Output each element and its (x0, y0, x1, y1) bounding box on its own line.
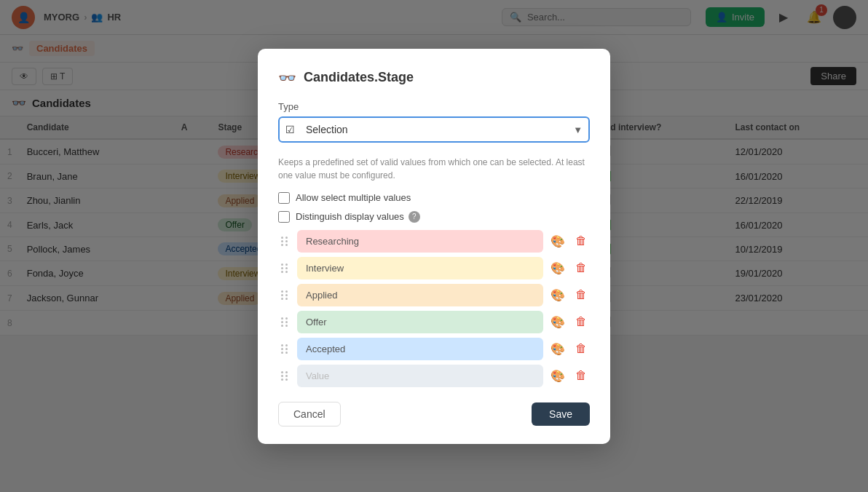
color-picker-button[interactable]: 🎨 (549, 340, 567, 357)
allow-multiple-label[interactable]: Allow select multiple values (296, 192, 411, 203)
value-row: 🎨 🗑 (278, 257, 590, 279)
type-select-wrapper: ☑ Selection Text Number Date Checkbox ▼ (278, 116, 590, 143)
value-input-5[interactable] (297, 365, 543, 387)
select-icon: ☑ (285, 124, 295, 135)
delete-value-button[interactable]: 🗑 (572, 259, 590, 277)
drag-handle[interactable] (278, 368, 291, 384)
drag-handle[interactable] (278, 341, 291, 357)
cancel-button[interactable]: Cancel (278, 402, 341, 426)
drag-handle[interactable] (278, 234, 291, 249)
color-picker-button[interactable]: 🎨 (549, 232, 567, 250)
type-field-group: Type ☑ Selection Text Number Date Checkb… (278, 101, 590, 143)
value-input-3[interactable] (297, 311, 543, 333)
save-button[interactable]: Save (532, 402, 590, 426)
modal-dialog: 👓 Candidates.Stage Type ☑ Selection Text… (258, 49, 610, 444)
modal-footer: Cancel Save (278, 402, 590, 426)
modal-icon: 👓 (278, 69, 296, 87)
value-input-1[interactable] (297, 257, 543, 279)
value-input-4[interactable] (297, 338, 543, 360)
drag-handle[interactable] (278, 314, 291, 330)
value-input-0[interactable] (297, 230, 543, 253)
modal-overlay: 👓 Candidates.Stage Type ☑ Selection Text… (0, 0, 868, 492)
value-row: 🎨 🗑 (278, 230, 590, 253)
delete-value-button[interactable]: 🗑 (572, 313, 590, 330)
drag-handle[interactable] (278, 261, 291, 276)
help-icon[interactable]: ? (409, 211, 420, 223)
delete-value-button[interactable]: 🗑 (572, 286, 590, 303)
distinguish-checkbox[interactable] (278, 211, 290, 223)
color-picker-button[interactable]: 🎨 (549, 313, 567, 330)
value-row: 🎨 🗑 (278, 311, 590, 333)
distinguish-label[interactable]: Distinguish display values ? (296, 211, 420, 223)
value-row: 🎨 🗑 (278, 365, 590, 387)
delete-value-button[interactable]: 🗑 (572, 367, 590, 384)
drag-handle[interactable] (278, 287, 291, 303)
delete-value-button[interactable]: 🗑 (572, 232, 590, 250)
type-select[interactable]: Selection Text Number Date Checkbox (278, 116, 590, 143)
modal-title-row: 👓 Candidates.Stage (278, 69, 590, 87)
values-list: 🎨 🗑 🎨 🗑 🎨 🗑 (278, 230, 590, 387)
allow-multiple-checkbox[interactable] (278, 192, 290, 204)
type-description: Keeps a predefined set of valid values f… (278, 156, 590, 182)
distinguish-row: Distinguish display values ? (278, 211, 590, 223)
color-picker-button[interactable]: 🎨 (549, 286, 567, 303)
allow-multiple-row: Allow select multiple values (278, 192, 590, 204)
value-row: 🎨 🗑 (278, 284, 590, 306)
value-row: 🎨 🗑 (278, 338, 590, 360)
type-label: Type (278, 101, 590, 112)
value-input-2[interactable] (297, 284, 543, 306)
modal-title-text: Candidates.Stage (304, 70, 414, 85)
delete-value-button[interactable]: 🗑 (572, 340, 590, 357)
color-picker-button[interactable]: 🎨 (549, 259, 567, 277)
color-picker-button[interactable]: 🎨 (549, 367, 567, 384)
